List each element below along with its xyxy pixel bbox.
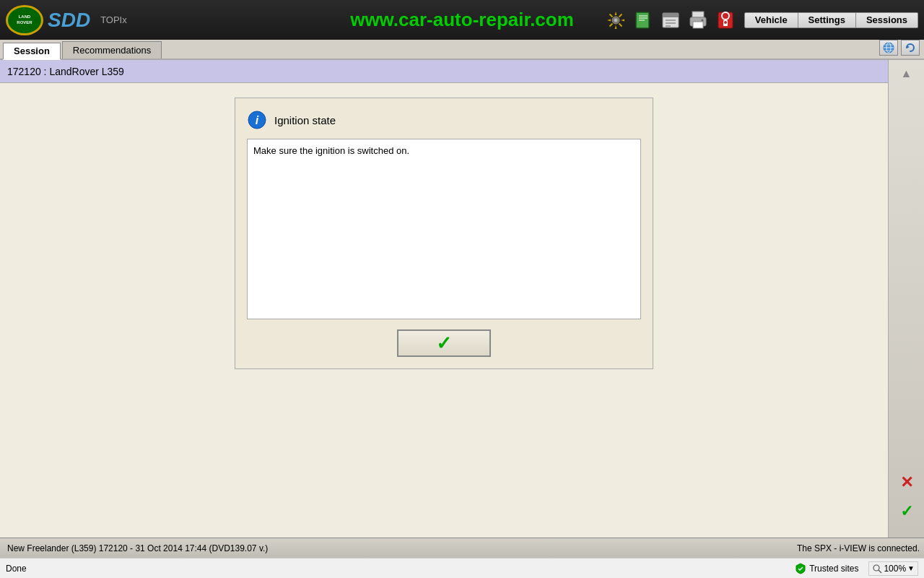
cancel-sidebar-button[interactable]: ✕ [895,471,918,494]
toolbar: LANDROVER SDD TOPIx www.car-auto-repair.… [0,0,924,40]
topix-label: TOPIx [100,14,127,25]
tab-recommendations[interactable]: Recommendations [62,41,162,59]
globe-icon[interactable] [879,40,898,56]
zoom-icon [872,564,882,574]
dialog-title: Ignition state [274,114,336,126]
svg-point-16 [701,19,703,21]
right-sidebar: ▲ ✕ ✓ [888,60,924,538]
zoom-control[interactable]: 100% ▼ [868,561,918,576]
session-info: 172120 : LandRover L359 [7,66,124,77]
content-area: i Ignition state Make sure the ignition … [0,83,888,538]
confirm-button[interactable]: ✓ [397,329,491,357]
svg-rect-13 [692,12,704,17]
refresh-icon[interactable] [901,40,920,56]
vehicle-button[interactable]: Vehicle [744,12,798,28]
browserbar: Done Trusted sites 100% ▼ [0,558,924,578]
tabbar: Session Recommendations [0,40,924,60]
svg-point-20 [724,21,727,24]
trusted-sites-text: Trusted sites [809,564,858,574]
sdd-logo: SDD [48,9,90,32]
dialog-header: i Ignition state [247,110,641,130]
svg-rect-15 [693,22,703,28]
statusbar-right: The SPX - i-VIEW is connected. [797,543,920,553]
main-wrapper: LANDROVER SDD TOPIx www.car-auto-repair.… [0,0,924,578]
browserbar-status-left: Done [6,564,795,574]
svg-point-29 [873,565,879,571]
land-rover-logo-text: LANDROVER [17,14,32,25]
settings-button[interactable]: Settings [798,12,856,28]
content-row: 172120 : LandRover L359 i Ignition [0,60,924,538]
browserbar-right: Trusted sites 100% ▼ [795,561,918,576]
dialog-footer: ✓ [247,329,641,357]
session-status-text: New Freelander (L359) 172120 - 31 Oct 20… [7,543,268,553]
printer-icon[interactable] [687,9,710,32]
session-and-content: 172120 : LandRover L359 i Ignition [0,60,888,538]
statusbar: New Freelander (L359) 172120 - 31 Oct 20… [0,538,924,558]
tabbar-right [879,40,924,59]
svg-point-2 [614,19,617,22]
svg-marker-26 [907,46,910,48]
trusted-sites-icon [795,563,806,574]
sessions-button[interactable]: Sessions [856,12,918,28]
book-icon[interactable] [632,9,655,32]
confirm-sidebar-button[interactable]: ✓ [895,500,918,523]
calendar-icon[interactable] [659,9,682,32]
svg-text:i: i [256,114,259,126]
done-text: Done [6,564,27,574]
svg-line-30 [879,570,881,573]
statusbar-left: New Freelander (L359) 172120 - 31 Oct 20… [4,543,797,553]
dialog: i Ignition state Make sure the ignition … [235,98,653,369]
security-icon[interactable] [714,9,737,32]
scroll-arrow-up[interactable]: ▲ [901,67,912,80]
dialog-content: Make sure the ignition is switched on. [247,139,641,319]
connection-status-text: The SPX - i-VIEW is connected. [797,543,920,553]
zoom-dropdown-icon: ▼ [907,564,915,572]
tab-session[interactable]: Session [3,43,61,60]
land-rover-logo: LANDROVER [6,5,43,35]
toolbar-icons [604,9,737,32]
info-icon: i [247,110,267,130]
settings-icon[interactable] [604,9,627,32]
zoom-value: 100% [884,564,906,574]
dialog-message: Make sure the ignition is switched on. [253,145,409,156]
checkmark-icon: ✓ [436,332,452,355]
session-bar: 172120 : LandRover L359 [0,60,888,83]
svg-rect-9 [663,13,679,17]
website-text: www.car-auto-repair.com [350,9,574,31]
